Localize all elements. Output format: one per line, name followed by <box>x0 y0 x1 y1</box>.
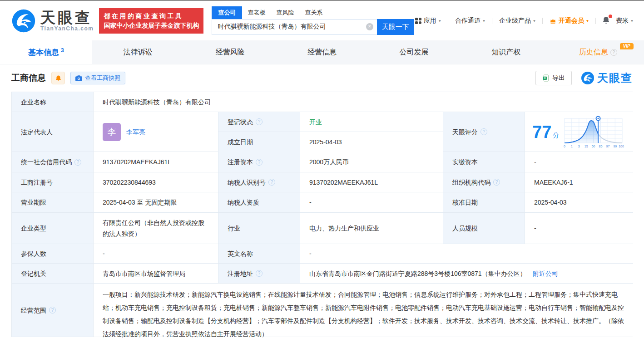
tianyancha-logo[interactable]: 天眼查 TianYanCha.com <box>11 9 94 33</box>
chevron-down-icon: ▾ <box>483 18 485 23</box>
establish-date-value: 2025-04-03 <box>300 132 443 152</box>
approve-date-value: 2025-04-03 <box>525 192 633 213</box>
tab-intellectual-property-label: 知识产权 <box>491 48 520 57</box>
search-tab-company[interactable]: 查公司 <box>212 6 242 19</box>
taxpayer-id-value: 91370202MAEEKAJ61L <box>300 172 443 192</box>
business-info-table: 企业名称 时代骐骥新能源科技（青岛）有限公司 法定代表人 李 李军亮 登记状态?… <box>11 92 633 337</box>
search-tab-boss[interactable]: 查老板 <box>242 6 271 19</box>
svg-text:3: 3 <box>578 145 580 148</box>
score-unit: 分 <box>553 130 559 140</box>
reg-status-label-text: 登记状态 <box>228 117 253 127</box>
tab-history-info-label: 历史信息 <box>579 48 608 57</box>
avatar: 李 <box>103 123 121 141</box>
chevron-down-icon: ▾ <box>631 18 633 23</box>
help-icon[interactable]: ? <box>268 179 275 186</box>
section-title: 工商信息 <box>11 72 46 84</box>
crown-icon <box>550 17 556 24</box>
business-term-label: 营业期限 <box>12 192 94 213</box>
business-scope-text: 一般项目：新兴能源技术研发；新能源汽车换电设施销售；在线能源计量技术研发；合同能… <box>94 284 633 338</box>
tab-basic-info-label: 基本信息 <box>28 47 59 58</box>
table-row: 企业类型 有限责任公司（非自然人投资或控股的法人独资） 行业 电力、热力生产和供… <box>12 213 632 244</box>
tab-operation-risk[interactable]: 经营风险 <box>184 40 276 64</box>
tab-basic-info[interactable]: 基本信息 3 <box>0 40 92 64</box>
nav-user[interactable]: 费米 ▾ <box>615 17 634 25</box>
taxpayer-id-label: 纳税人识别号? <box>218 172 300 192</box>
help-icon[interactable]: ? <box>256 159 263 166</box>
tianyancha-swirl-icon <box>11 9 36 33</box>
tab-business-info-label: 经营信息 <box>307 48 337 57</box>
help-icon[interactable]: ? <box>74 159 81 166</box>
help-icon[interactable]: ? <box>481 128 487 135</box>
insured-count-value: - <box>94 244 218 264</box>
table-row: 营业期限 2025-04-03 至 无固定期限 纳税人资质 - 核准日期 202… <box>12 192 632 213</box>
search-bar: × 天眼一下 <box>212 19 414 35</box>
legal-rep-link[interactable]: 李军亮 <box>126 127 145 137</box>
tab-history-info[interactable]: VIP 历史信息 ? <box>552 40 644 64</box>
search-tabs: 查公司 查老板 查风险 查关系 <box>212 7 414 19</box>
tyc-score-value: 77 分 <box>525 112 633 152</box>
business-scope-value: 一般项目：新兴能源技术研发；新能源汽车换电设施销售；在线能源计量技术研发；合同能… <box>94 284 633 337</box>
staff-size-value: - <box>525 213 633 244</box>
search-tab-relation[interactable]: 查关系 <box>299 6 328 19</box>
monitor-bell-button[interactable] <box>51 72 65 84</box>
clear-icon[interactable]: × <box>366 23 373 30</box>
tianyancha-watermark: 天眼查 <box>581 71 633 85</box>
tab-legal[interactable]: 法律诉讼 <box>92 40 184 64</box>
taxpayer-id-label-text: 纳税人识别号 <box>228 177 266 187</box>
svg-text:15: 15 <box>585 145 588 148</box>
org-code-value: MAEEKAJ6-1 <box>525 172 633 192</box>
svg-text:X: X <box>544 77 546 79</box>
bell-icon <box>55 75 62 82</box>
industry-label: 行业 <box>218 213 300 244</box>
tab-intellectual-property[interactable]: 知识产权 <box>460 40 552 64</box>
search-input[interactable] <box>218 23 366 30</box>
search-button[interactable]: 天眼一下 <box>377 19 414 35</box>
help-icon[interactable]: ? <box>256 118 263 125</box>
curve-left <box>565 121 622 143</box>
tab-company-development[interactable]: 公司发展 <box>368 40 460 64</box>
notification-bell[interactable] <box>602 16 610 26</box>
nav-vip-upgrade[interactable]: 开通会员 ▾ <box>549 17 590 25</box>
credit-code-label: 统一社会信用代码? <box>12 152 94 172</box>
slogan-banner: 都在用的商业查询工具 国家中小企业发展子基金旗下机构 <box>99 8 203 34</box>
org-code-label-text: 组织机构代码 <box>452 177 490 187</box>
nav-vip-label: 开通会员 <box>559 17 584 25</box>
nav-enterprise[interactable]: 企业级产品 ▾ <box>498 17 536 25</box>
help-icon[interactable]: ? <box>610 49 617 56</box>
taxpayer-quality-label: 纳税人资质 <box>218 192 300 213</box>
svg-text:99: 99 <box>614 145 617 148</box>
section-tools: X 导出 天眼查 <box>535 71 633 85</box>
section-header: 工商信息 查看工商快照 X 导出 天眼查 <box>0 64 644 91</box>
company-type-value: 有限责任公司（非自然人投资或控股的法人独资） <box>94 213 218 244</box>
slogan-line2: 国家中小企业发展子基金旗下机构 <box>104 21 199 30</box>
site-header: 天眼查 TianYanCha.com 都在用的商业查询工具 国家中小企业发展子基… <box>0 1 644 40</box>
legal-rep-value: 李 李军亮 <box>94 112 218 152</box>
staff-size-label: 人员规模 <box>443 213 525 244</box>
help-icon[interactable]: ? <box>256 270 263 277</box>
nav-apps-label: 应用 <box>424 17 436 25</box>
table-row: 经营范围? 一般项目：新兴能源技术研发；新能源汽车换电设施销售；在线能源计量技术… <box>12 284 632 337</box>
taxpayer-quality-value: - <box>300 192 443 213</box>
nav-partner[interactable]: 合作通道 ▾ <box>454 17 486 25</box>
export-button[interactable]: X 导出 <box>535 71 572 85</box>
table-row: 参保人数 - 英文名称 - <box>12 244 632 264</box>
english-name-value: - <box>300 244 633 264</box>
search-input-box: × <box>212 19 376 35</box>
nearby-companies-link[interactable]: 附近公司 <box>533 269 558 279</box>
svg-text:0: 0 <box>564 145 565 148</box>
approve-date-label: 核准日期 <box>443 192 525 213</box>
tab-legal-label: 法律诉讼 <box>124 48 153 57</box>
tyc-score-label: 天眼评分? <box>443 112 525 152</box>
snapshot-button[interactable]: 查看工商快照 <box>70 72 125 84</box>
nav-apps[interactable]: 应用 ▾ <box>414 17 442 25</box>
divider <box>542 18 543 24</box>
logo-title: 天眼查 <box>40 10 94 25</box>
help-icon[interactable]: ? <box>49 307 56 314</box>
watermark-label: 天眼查 <box>597 71 633 85</box>
tab-business-info[interactable]: 经营信息 <box>276 40 368 64</box>
help-icon[interactable]: ? <box>493 179 500 186</box>
search-tab-risk[interactable]: 查风险 <box>271 6 299 19</box>
logo-text: 天眼查 TianYanCha.com <box>40 10 94 32</box>
reg-address-label: 注册地址? <box>218 264 300 284</box>
camera-icon <box>75 75 82 81</box>
